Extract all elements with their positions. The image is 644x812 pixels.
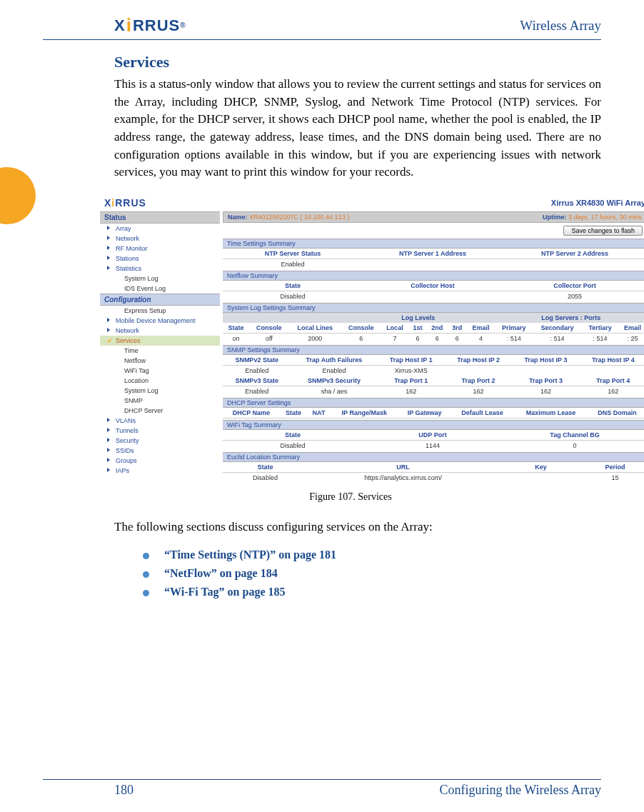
figure-107: XiRRUS Xirrus XR4830 WiFi Array Status A… [100,194,601,484]
nav-item-array[interactable]: Array [100,224,220,234]
nav-sidebar: Status Array Network RF Monitor Stations… [100,211,220,484]
nav-item-location[interactable]: Location [100,376,220,386]
panel-snmp: SNMP Settings Summary SNMPv2 StateTrap A… [223,345,644,396]
panel-title: DHCP Server Settings [223,398,644,408]
xirrus-logo: XiRRUS® [114,14,186,36]
doc-header-title: Wireless Array [520,18,601,34]
screenshot-logo: XiRRUS [104,197,146,209]
table-row: Disabled2055 [223,291,644,301]
nav-item-groups[interactable]: Groups [100,456,220,466]
device-model: Xirrus XR4830 WiFi Array [551,199,644,207]
panel-syslog: System Log Settings Summary Log LevelsLo… [223,303,644,344]
intro-paragraph: This is a status-only window that allows… [114,76,601,181]
panel-title: Euclid Location Summary [223,452,644,462]
nav-item-system-log[interactable]: System Log [100,274,220,284]
nav-item-statistics[interactable]: Statistics [100,264,220,274]
nav-item-express-setup[interactable]: Express Setup [100,306,220,316]
nav-item-tunnels[interactable]: Tunnels [100,426,220,436]
following-sections-text: The following sections discuss configuri… [114,518,601,536]
screenshot-services: XiRRUS Xirrus XR4830 WiFi Array Status A… [100,194,644,484]
nav-item-vlans[interactable]: VLANs [100,416,220,426]
table-row: EnabledEnabledXirrus-XMS [223,365,644,376]
page-number: 180 [43,783,134,798]
table-row: Enabled [223,259,644,269]
page-tab-decoration [0,167,36,224]
device-info-bar: Name: XR4012802207C ( 10.100.44.113 ) Up… [223,211,644,223]
nav-item-ssids[interactable]: SSIDs [100,446,220,456]
check-icon: ✔ [107,337,113,344]
nav-item-network-cfg[interactable]: Network [100,326,220,336]
panel-netflow: Netflow Summary State Collector Host Col… [223,271,644,301]
panel-title: WiFi Tag Summary [223,420,644,430]
figure-caption: Figure 107. Services [100,491,601,503]
nav-item-iaps[interactable]: IAPs [100,466,220,476]
section-title: Services [114,53,601,71]
link-wifi-tag[interactable]: “Wi-Fi Tag” on page 185 [143,586,601,598]
nav-item-snmp[interactable]: SNMP [100,396,220,406]
link-time-settings[interactable]: “Time Settings (NTP)” on page 181 [143,548,601,561]
nav-item-system-log-cfg[interactable]: System Log [100,386,220,396]
nav-header-configuration: Configuration [100,294,220,306]
nav-item-netflow[interactable]: Netflow [100,356,220,366]
nav-item-time[interactable]: Time [100,346,220,356]
nav-item-security[interactable]: Security [100,436,220,446]
nav-item-network[interactable]: Network [100,234,220,244]
link-netflow[interactable]: “NetFlow” on page 184 [143,567,601,580]
nav-item-dhcp-server[interactable]: DHCP Server [100,406,220,416]
link-list: “Time Settings (NTP)” on page 181 “NetFl… [143,548,601,598]
doc-header: XiRRUS® Wireless Array [43,14,601,40]
panel-title: Netflow Summary [223,271,644,281]
panel-title: Time Settings Summary [223,239,644,249]
nav-item-ids-event-log[interactable]: IDS Event Log [100,284,220,294]
table-row: Enabledsha / aes162162162162 [223,386,644,396]
nav-item-mdm[interactable]: Mobile Device Management [100,316,220,326]
save-changes-button[interactable]: Save changes to flash [563,226,643,236]
panel-title: SNMP Settings Summary [223,345,644,355]
panel-wifi-tag: WiFi Tag Summary StateUDP PortTag Channe… [223,420,644,451]
table-row: onoff2000 676 664 : 514: 514: 514: 25 [223,333,644,344]
panel-time-settings: Time Settings Summary NTP Server Status … [223,239,644,269]
main-content: Name: XR4012802207C ( 10.100.44.113 ) Up… [220,211,644,484]
nav-item-services[interactable]: ✔Services [100,336,220,346]
page-footer: 180 Configuring the Wireless Array [43,779,601,798]
table-row: Disabledhttps://analytics.xirrus.com/15 [223,472,644,483]
footer-section-title: Configuring the Wireless Array [440,783,601,798]
nav-item-stations[interactable]: Stations [100,254,220,264]
nav-header-status: Status [100,211,220,224]
nav-item-rf-monitor[interactable]: RF Monitor [100,244,220,254]
panel-euclid: Euclid Location Summary StateURLKeyPerio… [223,452,644,483]
panel-dhcp: DHCP Server Settings DHCP NameStateNATIP… [223,398,644,418]
table-row: Disabled11440 [223,440,644,451]
nav-item-wifi-tag[interactable]: WiFi Tag [100,366,220,376]
panel-title: System Log Settings Summary [223,303,644,313]
